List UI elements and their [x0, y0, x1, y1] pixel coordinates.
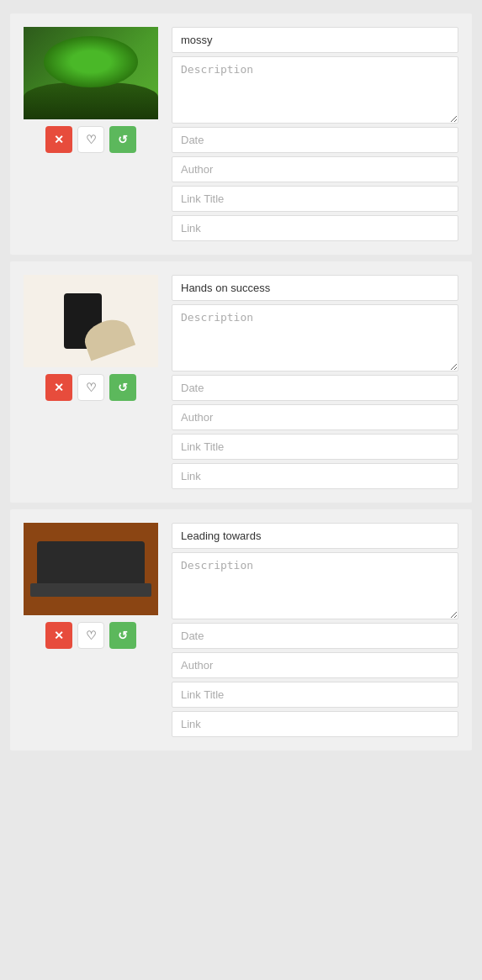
right-column — [172, 523, 458, 737]
date-input-3[interactable] — [172, 623, 458, 649]
title-input-3[interactable] — [172, 523, 458, 549]
author-input-2[interactable] — [172, 404, 458, 430]
left-column: ✕ ♡ ↺ — [24, 27, 158, 153]
date-input-1[interactable] — [172, 127, 458, 153]
right-column — [172, 275, 458, 489]
thumbnail-phone — [24, 275, 158, 367]
description-input-1[interactable] — [172, 56, 458, 124]
description-input-2[interactable] — [172, 304, 458, 371]
thumbnail-laptop — [24, 523, 158, 615]
link-input-3[interactable] — [172, 711, 458, 737]
card-2: ✕ ♡ ↺ — [10, 261, 472, 503]
author-input-3[interactable] — [172, 652, 458, 678]
link-input-1[interactable] — [172, 215, 458, 241]
heart-button[interactable]: ♡ — [77, 126, 104, 153]
card-inner: ✕ ♡ ↺ — [24, 275, 458, 489]
delete-button-2[interactable]: ✕ — [45, 374, 72, 401]
page-wrapper: ✕ ♡ ↺ ✕ ♡ ↺ — [0, 0, 482, 764]
link-title-input-3[interactable] — [172, 682, 458, 708]
delete-button-3[interactable]: ✕ — [45, 622, 72, 649]
card-inner: ✕ ♡ ↺ — [24, 27, 458, 241]
author-input-1[interactable] — [172, 156, 458, 182]
link-title-input-1[interactable] — [172, 186, 458, 212]
left-column: ✕ ♡ ↺ — [24, 275, 158, 401]
action-buttons: ✕ ♡ ↺ — [45, 374, 136, 401]
heart-button-3[interactable]: ♡ — [77, 622, 104, 649]
refresh-button[interactable]: ↺ — [109, 126, 136, 153]
heart-button-2[interactable]: ♡ — [77, 374, 104, 401]
action-buttons: ✕ ♡ ↺ — [45, 622, 136, 649]
refresh-button-2[interactable]: ↺ — [109, 374, 136, 401]
title-input-2[interactable] — [172, 275, 458, 301]
date-input-2[interactable] — [172, 375, 458, 401]
card-1: ✕ ♡ ↺ — [10, 13, 472, 255]
right-column — [172, 27, 458, 241]
action-buttons: ✕ ♡ ↺ — [45, 126, 136, 153]
left-column: ✕ ♡ ↺ — [24, 523, 158, 649]
title-input-1[interactable] — [172, 27, 458, 53]
link-title-input-2[interactable] — [172, 434, 458, 460]
link-input-2[interactable] — [172, 463, 458, 489]
card-inner: ✕ ♡ ↺ — [24, 523, 458, 737]
refresh-button-3[interactable]: ↺ — [109, 622, 136, 649]
thumbnail-mossy — [24, 27, 158, 119]
delete-button[interactable]: ✕ — [45, 126, 72, 153]
description-input-3[interactable] — [172, 552, 458, 619]
card-3: ✕ ♡ ↺ — [10, 509, 472, 751]
